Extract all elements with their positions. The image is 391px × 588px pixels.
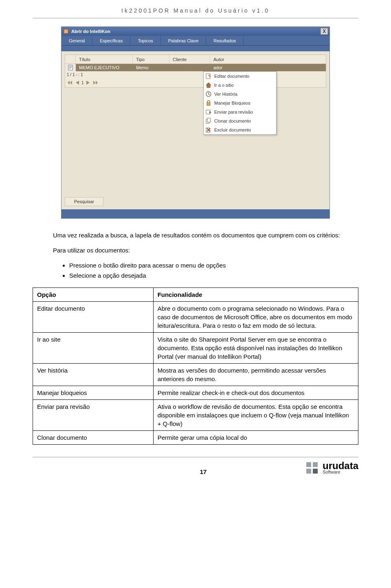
row-tipo: Memo	[133, 65, 169, 70]
ctx-ir-sitio[interactable]: Ir a o sitio	[204, 81, 276, 90]
ctx-label: Editar documento	[214, 74, 249, 79]
grid-header-autor[interactable]: Autor	[210, 55, 259, 64]
pager-last-icon[interactable]	[92, 79, 99, 86]
context-menu: Editar documento Ir a o sitio Ver Histór…	[203, 71, 277, 135]
opt-desc: Ativa o workflow de revisão de documento…	[153, 400, 358, 431]
tab-resultados[interactable]: Resultados	[206, 36, 244, 45]
divider	[33, 18, 358, 18]
ctx-excluir[interactable]: Excluir documento	[204, 125, 276, 134]
table-row[interactable]: MEMO EJECUTIVO Memo ador	[65, 64, 326, 71]
app-window: Abrir do IntelliKon X General Específica…	[61, 26, 330, 219]
results-grid: Título Tipo Cliente Autor MEMO EJECUTIVO…	[65, 55, 326, 88]
tab-bar: General Específicas Topicos Palabras Cla…	[62, 36, 329, 46]
opt-name: Ver história	[33, 364, 154, 386]
word-doc-icon	[68, 65, 73, 70]
brand-subtitle: Software	[323, 470, 358, 474]
bottom-blue-bar	[62, 209, 329, 218]
results-panel: Título Tipo Cliente Autor MEMO EJECUTIVO…	[62, 51, 329, 194]
search-button[interactable]: Pesquisar	[65, 197, 103, 206]
list-item: Pressione o botão direito para acessar o…	[69, 261, 358, 270]
svg-rect-3	[69, 66, 72, 67]
sub-intro-text: Para utilizar os documentos:	[53, 246, 358, 255]
grid-header-row: Título Tipo Cliente Autor	[65, 55, 326, 64]
row-doc-icon-cell	[65, 64, 76, 71]
history-icon	[205, 91, 212, 97]
grid-header-icon-col	[65, 55, 76, 64]
ctx-label: Ver História	[214, 92, 237, 97]
table-row: Editar documento Abre o documento com o …	[33, 302, 358, 333]
page-footer: 17 urudata Software	[33, 457, 358, 475]
pager-controls: 1	[65, 78, 326, 87]
table-row: Manejar bloqueios Permite realizar check…	[33, 386, 358, 400]
pager-next-icon[interactable]	[85, 79, 91, 86]
ctx-label: Enviar para revisão	[214, 110, 253, 114]
delete-icon	[205, 127, 212, 133]
pager-first-icon[interactable]	[67, 79, 73, 86]
svg-rect-17	[313, 469, 318, 474]
opt-desc: Permite realizar check-in e check-out do…	[153, 386, 358, 400]
svg-rect-4	[69, 67, 72, 68]
window-app-icon	[63, 29, 69, 34]
grid-header-tipo[interactable]: Tipo	[133, 55, 169, 64]
doc-header: Ik22001POR Manual do Usuário v1.0	[33, 0, 358, 18]
ctx-label: Ir a o sitio	[214, 83, 234, 88]
tab-general[interactable]: General	[62, 36, 92, 45]
svg-rect-14	[306, 462, 311, 467]
grid-header-cliente[interactable]: Cliente	[169, 55, 210, 64]
ctx-enviar-revisao[interactable]: Enviar para revisão	[204, 108, 276, 116]
table-row: Ir ao site Visita o site do Sharepoint P…	[33, 333, 358, 364]
svg-rect-5	[69, 68, 71, 69]
table-head-opcao: Opção	[33, 288, 154, 302]
intro-text: Uma vez realizada a busca, a lapela de r…	[53, 231, 358, 240]
page-number: 17	[102, 468, 305, 475]
brand-logo: urudata Software	[305, 461, 358, 475]
pager-current: 1	[81, 81, 84, 85]
ctx-label: Manejar Bloqueos	[214, 101, 250, 105]
ctx-ver-historia[interactable]: Ver História	[204, 90, 276, 99]
tab-topicos[interactable]: Topicos	[130, 36, 160, 45]
close-icon[interactable]: X	[321, 28, 328, 35]
opt-name: Ir ao site	[33, 333, 154, 364]
svg-rect-8	[207, 103, 210, 105]
table-row: Ver história Mostra as versões do docume…	[33, 364, 358, 386]
list-item: Selecione a opção desejada	[69, 271, 358, 280]
pager-prev-icon[interactable]	[74, 79, 81, 86]
tab-palabras-clave[interactable]: Palabras Clave	[161, 36, 206, 45]
opt-desc: Permite gerar uma cópia local do	[153, 431, 358, 445]
brand-name: urudata	[323, 461, 358, 470]
clone-icon	[205, 118, 212, 124]
window-title: Abrir do IntelliKon	[71, 29, 321, 34]
ctx-clonar[interactable]: Clonar documento	[204, 116, 276, 125]
bullet-list: Pressione o botão direito para acessar o…	[69, 261, 358, 281]
send-icon	[205, 109, 212, 115]
opt-desc: Mostra as versões do documento, permitin…	[153, 364, 358, 386]
opt-name: Editar documento	[33, 302, 154, 333]
lock-icon	[205, 100, 212, 106]
grid-header-titulo[interactable]: Título	[76, 55, 133, 64]
search-area: Pesquisar	[62, 194, 329, 209]
table-row: Clonar documento Permite gerar uma cópia…	[33, 431, 358, 445]
ctx-label: Excluir documento	[214, 127, 251, 132]
window-titlebar: Abrir do IntelliKon X	[62, 27, 329, 36]
options-table: Opção Funcionalidade Editar documento Ab…	[33, 287, 358, 445]
table-head-funcionalidade: Funcionalidade	[153, 288, 358, 302]
svg-rect-15	[313, 462, 318, 467]
opt-name: Enviar para revisão	[33, 400, 154, 431]
opt-desc: Abre o documento com o programa selecion…	[153, 302, 358, 333]
opt-name: Manejar bloqueios	[33, 386, 154, 400]
svg-rect-11	[207, 118, 211, 122]
table-row: Enviar para revisão Ativa o workflow de …	[33, 400, 358, 431]
logo-mark-icon	[305, 461, 319, 475]
svg-rect-1	[64, 30, 68, 33]
tab-especificas[interactable]: Específicas	[92, 36, 130, 45]
svg-rect-16	[306, 469, 311, 474]
opt-name: Clonar documento	[33, 431, 154, 445]
ctx-manejar-bloqueos[interactable]: Manejar Bloqueos	[204, 99, 276, 108]
pager-info: 1 / 1 - : 1	[65, 71, 326, 78]
row-autor: ador	[210, 65, 259, 70]
ctx-editar[interactable]: Editar documento	[204, 72, 276, 81]
opt-desc: Visita o site do Sharepoint Portal Serve…	[153, 333, 358, 364]
home-icon	[205, 82, 212, 88]
ctx-label: Clonar documento	[214, 118, 251, 123]
blue-spacer	[62, 46, 329, 51]
